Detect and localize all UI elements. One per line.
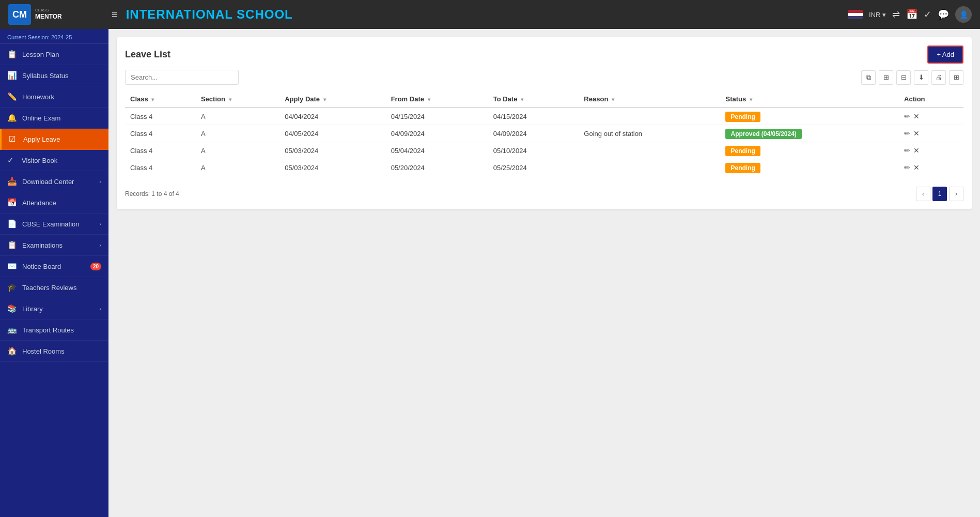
cell-action: ✏ ✕ <box>899 142 963 159</box>
status-badge: Pending <box>725 146 760 156</box>
topbar: CM CLASS MENTOR ≡ INTERNATIONAL SCHOOL I… <box>0 0 980 29</box>
edit-button[interactable]: ✏ <box>904 163 910 172</box>
sidebar-item-attendance[interactable]: 📅 Attendance <box>0 192 108 214</box>
delete-button[interactable]: ✕ <box>913 112 920 120</box>
pdf-icon-btn[interactable]: ⬇ <box>914 70 928 85</box>
sidebar-item-examinations[interactable]: 📋 Examinations › <box>0 235 108 256</box>
sidebar-icon-teachers-reviews: 🎓 <box>7 283 17 292</box>
sidebar-label-cbse-examination: CBSE Examination <box>22 220 94 228</box>
csv-icon-btn[interactable]: ⊟ <box>896 70 911 85</box>
sidebar-arrow-library: › <box>99 306 101 312</box>
columns-icon-btn[interactable]: ⊞ <box>949 70 963 85</box>
sidebar-icon-download-center: 📥 <box>7 177 17 186</box>
action-buttons: ✏ ✕ <box>904 129 958 138</box>
cell-to-date: 05/25/2024 <box>488 159 579 176</box>
sidebar-item-syllabus-status[interactable]: 📊 Syllabus Status <box>0 65 108 86</box>
status-badge: Pending <box>725 163 760 173</box>
edit-button[interactable]: ✏ <box>904 129 910 138</box>
sidebar-icon-examinations: 📋 <box>7 240 17 250</box>
status-badge: Approved (04/05/2024) <box>725 129 801 139</box>
print-icon-btn[interactable]: 🖨 <box>931 70 946 85</box>
logo-icon: CM <box>8 4 31 25</box>
edit-button[interactable]: ✏ <box>904 112 910 120</box>
sidebar-label-apply-leave: Apply Leave <box>23 135 101 143</box>
delete-button[interactable]: ✕ <box>913 146 920 155</box>
col-apply-date: Apply Date ▾ <box>279 91 385 108</box>
sidebar-item-transport-routes[interactable]: 🚌 Transport Routes <box>0 320 108 341</box>
add-button[interactable]: + Add <box>927 45 963 64</box>
col-from-date: From Date ▾ <box>386 91 488 108</box>
cell-reason <box>579 108 720 125</box>
next-page-btn[interactable]: › <box>949 187 963 201</box>
table-row: Class 4 A 05/03/2024 05/04/2024 05/10/20… <box>125 142 963 159</box>
page-1-btn[interactable]: 1 <box>932 187 947 201</box>
cell-section: A <box>196 159 279 176</box>
sidebar-label-hostel-rooms: Hostel Rooms <box>22 347 101 355</box>
delete-button[interactable]: ✕ <box>913 129 920 138</box>
sidebar-item-cbse-examination[interactable]: 📄 CBSE Examination › <box>0 214 108 235</box>
sidebar-label-download-center: Download Center <box>22 178 94 186</box>
check-icon[interactable]: ✓ <box>924 9 931 20</box>
sidebar-item-apply-leave[interactable]: ☑ Apply Leave <box>0 129 108 150</box>
logo-text: CLASS MENTOR <box>35 8 62 21</box>
action-buttons: ✏ ✕ <box>904 163 958 172</box>
cell-class: Class 4 <box>125 159 196 176</box>
sort-arrow: ▾ <box>521 97 523 102</box>
calendar-icon[interactable]: 📅 <box>906 9 917 20</box>
whatsapp-icon[interactable]: 💬 <box>938 9 949 20</box>
currency-button[interactable]: INR ▾ <box>869 11 886 19</box>
table-row: Class 4 A 05/03/2024 05/20/2024 05/25/20… <box>125 159 963 176</box>
sidebar-label-notice-board: Notice Board <box>22 263 85 270</box>
cell-status: Pending <box>720 142 899 159</box>
delete-button[interactable]: ✕ <box>913 163 920 172</box>
excel-icon-btn[interactable]: ⊞ <box>879 70 893 85</box>
sidebar-label-transport-routes: Transport Routes <box>22 326 101 334</box>
sidebar-icon-visitor-book: ✓ <box>7 156 17 165</box>
cell-class: Class 4 <box>125 142 196 159</box>
sidebar-item-notice-board[interactable]: ✉️ Notice Board 20 <box>0 256 108 277</box>
sidebar-item-download-center[interactable]: 📥 Download Center › <box>0 171 108 192</box>
prev-page-btn[interactable]: ‹ <box>916 187 930 201</box>
sidebar-icon-hostel-rooms: 🏠 <box>7 346 17 356</box>
sidebar-item-teachers-reviews[interactable]: 🎓 Teachers Reviews <box>0 277 108 298</box>
cell-from-date: 05/20/2024 <box>386 159 488 176</box>
cell-action: ✏ ✕ <box>899 125 963 142</box>
sidebar-icon-lesson-plan: 📋 <box>7 50 17 59</box>
col-to-date: To Date ▾ <box>488 91 579 108</box>
cell-apply-date: 04/05/2024 <box>279 125 385 142</box>
cell-status: Approved (04/05/2024) <box>720 125 899 142</box>
action-buttons: ✏ ✕ <box>904 112 958 120</box>
cell-from-date: 05/04/2024 <box>386 142 488 159</box>
sidebar-item-online-exam[interactable]: 🔔 Online Exam <box>0 108 108 129</box>
sidebar-label-teachers-reviews: Teachers Reviews <box>22 284 101 292</box>
cell-from-date: 04/15/2024 <box>386 108 488 125</box>
sidebar-icon-library: 📚 <box>7 304 17 313</box>
copy-icon-btn[interactable]: ⧉ <box>861 70 876 85</box>
sidebar-item-visitor-book[interactable]: ✓ Visitor Book <box>0 150 108 171</box>
search-input[interactable] <box>125 70 239 85</box>
sidebar: Current Session: 2024-25 📋 Lesson Plan 📊… <box>0 29 108 517</box>
topbar-right: INR ▾ ⇌ 📅 ✓ 💬 👤 <box>848 6 972 23</box>
sidebar-item-hostel-rooms[interactable]: 🏠 Hostel Rooms <box>0 341 108 362</box>
sidebar-icon-homework: ✏️ <box>7 92 17 101</box>
leave-table: Class ▾ Section ▾ Apply Date ▾ From Date… <box>125 91 963 176</box>
sidebar-item-lesson-plan[interactable]: 📋 Lesson Plan <box>0 44 108 65</box>
sidebar-icon-transport-routes: 🚌 <box>7 325 17 334</box>
transfer-icon[interactable]: ⇌ <box>892 9 900 20</box>
sidebar-label-online-exam: Online Exam <box>22 114 101 122</box>
sort-arrow: ▾ <box>151 97 154 102</box>
sort-arrow: ▾ <box>229 97 231 102</box>
table-header-row: Class ▾ Section ▾ Apply Date ▾ From Date… <box>125 91 963 108</box>
cell-section: A <box>196 142 279 159</box>
hamburger-button[interactable]: ≡ <box>112 9 118 21</box>
avatar[interactable]: 👤 <box>955 6 972 23</box>
sort-arrow: ▾ <box>612 97 614 102</box>
card-header: Leave List + Add <box>125 45 963 64</box>
sidebar-item-homework[interactable]: ✏️ Homework <box>0 86 108 108</box>
cell-reason: Going out of station <box>579 125 720 142</box>
sidebar-icon-notice-board: ✉️ <box>7 262 17 271</box>
sidebar-arrow-cbse-examination: › <box>99 221 101 227</box>
sidebar-item-library[interactable]: 📚 Library › <box>0 298 108 320</box>
edit-button[interactable]: ✏ <box>904 146 910 155</box>
cell-section: A <box>196 108 279 125</box>
